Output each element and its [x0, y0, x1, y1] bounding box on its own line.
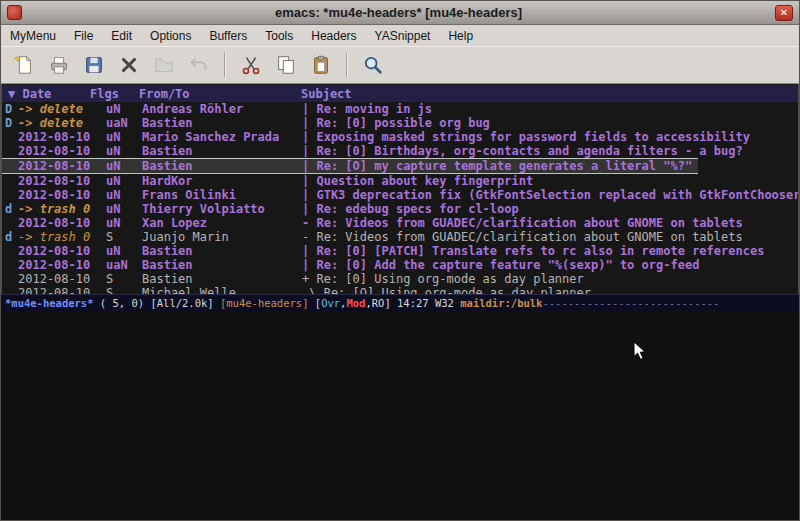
open-folder-icon: [153, 54, 175, 76]
message-row[interactable]: 2012-08-10 S Michael Welle \ Re: [O] Usi…: [2, 286, 798, 294]
column-header-date[interactable]: ▼ Date: [8, 87, 90, 101]
modeline-segment: 14:27 W32: [397, 297, 460, 309]
print-icon: [48, 54, 70, 76]
menu-item-edit[interactable]: Edit: [102, 26, 141, 46]
mode-line[interactable]: *mu4e-headers* ( 5, 0) [All/2.0k] [mu4e-…: [1, 294, 799, 311]
message-subject: | Exposing masked strings for password f…: [302, 130, 750, 144]
message-row[interactable]: d -> trash 0 uN Thierry Volpiatto | Re: …: [2, 202, 798, 216]
message-row[interactable]: 2012-08-10 uN Bastien | Re: [0] Birthday…: [2, 144, 798, 158]
message-from: Juanjo Marin: [142, 230, 302, 244]
message-mark-prefix: [5, 130, 18, 144]
message-from: Bastien: [142, 258, 302, 272]
message-mark-prefix: [5, 244, 18, 258]
message-row[interactable]: 2012-08-10 uN Bastien | Re: [0] [PATCH] …: [2, 244, 798, 258]
window-title: emacs: *mu4e-headers* [mu4e-headers]: [22, 5, 775, 20]
message-from: Bastien: [142, 144, 302, 158]
column-header-subject[interactable]: Subject: [301, 87, 798, 101]
message-from: Thierry Volpiatto: [142, 202, 302, 216]
column-header-from[interactable]: From/To: [139, 87, 301, 101]
message-flags: uN: [106, 159, 142, 173]
message-date: 2012-08-10: [18, 286, 106, 294]
print-button[interactable]: [44, 50, 74, 80]
message-from: Bastien: [142, 159, 302, 173]
new-file-button[interactable]: [9, 50, 39, 80]
message-row[interactable]: 2012-08-10 uN Frans Oilinki | GTK3 depre…: [2, 188, 798, 202]
paste-button[interactable]: [306, 50, 336, 80]
message-date: -> trash 0: [18, 230, 106, 244]
copy-button[interactable]: [271, 50, 301, 80]
menu-item-help[interactable]: Help: [439, 26, 482, 46]
message-row[interactable]: 2012-08-10 uN HardKor | Question about k…: [2, 174, 798, 188]
message-flags: uN: [106, 144, 142, 158]
search-icon: [362, 54, 384, 76]
toolbar-separator: [346, 53, 348, 77]
message-subject: | Re: [0] possible org bug: [302, 116, 490, 130]
message-date: 2012-08-10: [18, 144, 106, 158]
message-mark-prefix: [5, 144, 18, 158]
message-from: Bastien: [142, 272, 302, 286]
message-mark-prefix: [5, 272, 18, 286]
modeline-segment: [All/2.0k]: [150, 297, 220, 309]
menu-item-mymenu[interactable]: MyMenu: [1, 26, 65, 46]
message-mark-prefix: d: [5, 230, 18, 244]
close-buffer-button[interactable]: [114, 50, 144, 80]
message-mark-prefix: [5, 216, 18, 230]
message-date: 2012-08-10: [18, 244, 106, 258]
message-flags: uaN: [106, 258, 142, 272]
menu-item-yasnippet[interactable]: YASnippet: [366, 26, 440, 46]
message-mark-prefix: [5, 286, 18, 294]
menu-item-tools[interactable]: Tools: [256, 26, 302, 46]
cut-button[interactable]: [236, 50, 266, 80]
message-row[interactable]: d -> trash 0 S Juanjo Marin - Re: Videos…: [2, 230, 798, 244]
message-date: 2012-08-10: [18, 174, 106, 188]
undo-button[interactable]: [184, 50, 214, 80]
message-flags: uN: [106, 102, 142, 116]
modeline-segment: [mu4e-headers]: [220, 297, 315, 309]
message-mark-prefix: D: [5, 116, 18, 130]
message-date: 2012-08-10: [18, 130, 106, 144]
message-row[interactable]: 2012-08-10 uN Xan Lopez - Re: Videos fro…: [2, 216, 798, 230]
menu-item-options[interactable]: Options: [141, 26, 200, 46]
close-button[interactable]: ✕: [775, 5, 793, 21]
message-subject: | GTK3 deprecation fix (GtkFontSelection…: [302, 188, 798, 202]
close-buffer-icon: [118, 54, 140, 76]
message-flags: uaN: [106, 116, 142, 130]
message-from: Bastien: [142, 244, 302, 258]
emacs-window: emacs: *mu4e-headers* [mu4e-headers] ✕ M…: [0, 0, 800, 521]
message-row[interactable]: 2012-08-10 uN Bastien | Re: [O] my captu…: [2, 158, 698, 174]
message-date: -> delete: [18, 116, 106, 130]
message-mark-prefix: d: [5, 202, 18, 216]
save-button[interactable]: [79, 50, 109, 80]
message-subject: \ Re: [O] Using org-mode as day planner: [302, 286, 591, 294]
echo-area[interactable]: [1, 311, 799, 520]
message-row[interactable]: 2012-08-10 uaN Bastien | Re: [0] Add the…: [2, 258, 798, 272]
paste-icon: [310, 54, 332, 76]
message-subject: + Re: [0] Using org-mode as day planner: [302, 272, 584, 286]
message-date: -> delete: [18, 102, 106, 116]
message-row[interactable]: 2012-08-10 S Bastien + Re: [0] Using org…: [2, 272, 798, 286]
menu-item-headers[interactable]: Headers: [302, 26, 365, 46]
message-row[interactable]: 2012-08-10 uN Mario Sanchez Prada | Expo…: [2, 130, 798, 144]
message-row[interactable]: D -> delete uN Andreas Röhler | Re: movi…: [2, 102, 798, 116]
cut-icon: [240, 54, 262, 76]
message-from: Xan Lopez: [142, 216, 302, 230]
message-from: Frans Oilinki: [142, 188, 302, 202]
message-date: -> trash 0: [18, 202, 106, 216]
search-button[interactable]: [358, 50, 388, 80]
message-mark-prefix: [5, 188, 18, 202]
column-header-flags[interactable]: Flgs: [90, 87, 139, 101]
emacs-icon: [7, 5, 22, 20]
open-folder-button[interactable]: [149, 50, 179, 80]
modeline-segment: maildir:/bulk: [460, 297, 542, 309]
message-date: 2012-08-10: [18, 159, 106, 173]
menu-item-file[interactable]: File: [65, 26, 102, 46]
message-mark-prefix: D: [5, 102, 18, 116]
message-mark-prefix: [5, 258, 18, 272]
message-from: HardKor: [142, 174, 302, 188]
message-row[interactable]: D -> delete uaN Bastien | Re: [0] possib…: [2, 116, 798, 130]
modeline-segment: ( 5, 0): [94, 297, 151, 309]
menu-item-buffers[interactable]: Buffers: [200, 26, 256, 46]
modeline-segment: ]: [384, 297, 397, 309]
save-icon: [83, 54, 105, 76]
toolbar: [1, 46, 799, 84]
